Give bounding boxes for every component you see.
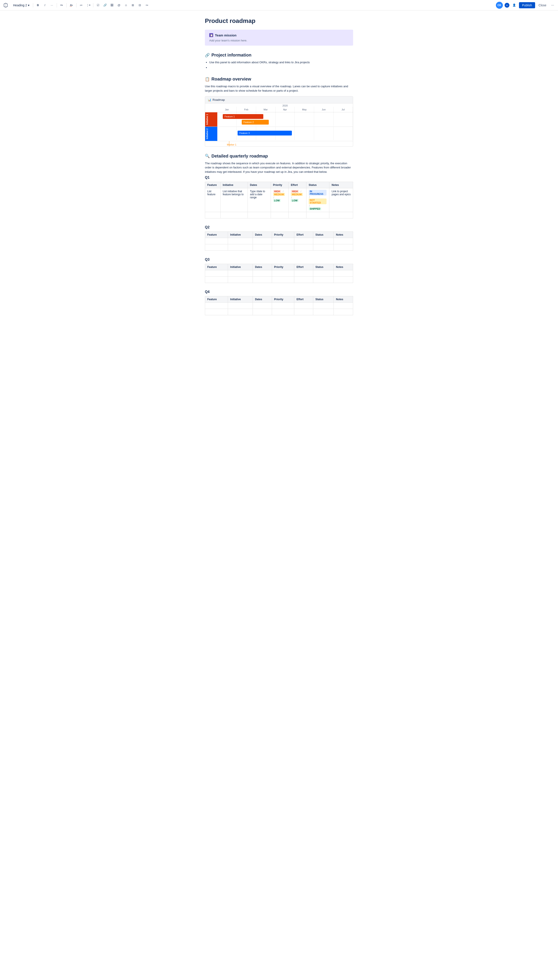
cell-feature[interactable] (205, 238, 228, 244)
cell-notes[interactable] (334, 309, 353, 315)
cell-initiative[interactable] (228, 270, 253, 277)
cell-dates[interactable]: Type /date to add a date range (248, 188, 271, 212)
cell-feature[interactable] (205, 277, 228, 283)
feature3-bar[interactable]: Feature 3 (238, 131, 292, 135)
table-row[interactable] (205, 244, 353, 251)
align-button[interactable]: ≡ ▾ (59, 2, 65, 8)
col-notes: Notes (329, 182, 353, 188)
cell-status[interactable] (313, 277, 334, 283)
table-row[interactable] (205, 270, 353, 277)
cell-dates[interactable] (253, 277, 272, 283)
cell-priority[interactable] (272, 238, 294, 244)
cell-feature[interactable] (205, 244, 228, 251)
mention-button[interactable]: @ (116, 2, 122, 8)
cell-dates[interactable] (253, 244, 272, 251)
cell-initiative[interactable] (220, 212, 248, 218)
table-row[interactable] (205, 277, 353, 283)
publish-button[interactable]: Publish (519, 2, 535, 8)
cell-priority[interactable]: HIGH / MEDIUM / LOW (271, 188, 289, 212)
image-button[interactable]: 🖼 (109, 2, 115, 8)
cell-initiative[interactable] (228, 309, 253, 315)
page-title[interactable]: Product roadmap (205, 18, 353, 25)
close-button[interactable]: Close (537, 2, 548, 8)
table-row[interactable] (205, 212, 353, 218)
cell-status[interactable] (313, 309, 334, 315)
cell-priority[interactable] (272, 270, 294, 277)
avatar-button[interactable]: CK (496, 2, 503, 9)
cell-initiative[interactable] (228, 303, 253, 309)
cell-notes[interactable]: Link to project pages and epics (329, 188, 353, 212)
cell-dates[interactable] (253, 303, 272, 309)
cell-notes[interactable] (334, 303, 353, 309)
cell-notes[interactable] (334, 277, 353, 283)
cell-feature[interactable] (205, 303, 228, 309)
bullet-list-button[interactable]: ≔ (78, 2, 84, 8)
cell-effort[interactable] (294, 277, 313, 283)
cell-initiative[interactable]: List initiative that feature belongs to (220, 188, 248, 212)
cell-status[interactable]: IN PROGRESS / NOT STARTED / SHIPPED (306, 188, 329, 212)
cell-feature[interactable] (205, 270, 228, 277)
roadmap-macro: 📊 Roadmap 2020 Jan Feb Mar Apr May (205, 96, 353, 147)
numbered-list-button[interactable]: ⋮≡ (85, 2, 91, 8)
italic-button[interactable]: I (42, 2, 48, 8)
cell-status[interactable] (313, 270, 334, 277)
cell-feature[interactable] (205, 309, 228, 315)
layout-button[interactable]: ⊟ (137, 2, 143, 8)
quarterly-roadmap-section: 🔍 Detailed quarterly roadmap The roadmap… (205, 153, 353, 315)
table-row[interactable]: List feature List initiative that featur… (205, 188, 353, 212)
cell-notes[interactable] (334, 244, 353, 251)
more-text-button[interactable]: ··· (49, 2, 55, 8)
list-item[interactable] (209, 66, 353, 70)
cell-effort[interactable]: HIGH / MEDIUM / LOW (289, 188, 307, 212)
cell-effort[interactable] (294, 244, 313, 251)
more-insert-button[interactable]: + ▾ (144, 2, 150, 8)
cell-priority[interactable] (272, 309, 294, 315)
cell-effort[interactable] (294, 270, 313, 277)
cell-effort[interactable] (294, 238, 313, 244)
roadmap-chart[interactable]: 2020 Jan Feb Mar Apr May Jun Jul Initi (205, 104, 353, 147)
cell-priority[interactable] (272, 303, 294, 309)
magnifier-icon: 🔍 (205, 153, 210, 158)
feature2-bar[interactable]: Feature 2 (242, 120, 269, 125)
cell-priority[interactable] (272, 277, 294, 283)
cell-dates[interactable] (253, 309, 272, 315)
table-row[interactable] (205, 303, 353, 309)
gantt-months: Jan Feb Mar Apr May Jun Jul (205, 107, 353, 112)
cell-notes[interactable] (334, 238, 353, 244)
cell-dates[interactable] (248, 212, 271, 218)
cell-status[interactable] (313, 303, 334, 309)
more-options-button[interactable]: ··· (550, 2, 555, 8)
mission-placeholder[interactable]: Add your team's mission here. (209, 39, 349, 42)
cell-feature[interactable] (205, 212, 221, 218)
cell-initiative[interactable] (228, 238, 253, 244)
cell-notes[interactable] (334, 270, 353, 277)
cell-priority[interactable] (272, 244, 294, 251)
invite-button[interactable]: 👤 (511, 2, 517, 8)
heading-selector[interactable]: Heading 2 ▾ (11, 3, 31, 8)
cell-dates[interactable] (253, 270, 272, 277)
text-color-button[interactable]: A ▾ (69, 2, 75, 8)
table-button[interactable]: ⊞ (130, 2, 136, 8)
cell-initiative[interactable] (228, 277, 253, 283)
feature1-bar[interactable]: Feature 1 (223, 114, 264, 119)
table-row[interactable] (205, 309, 353, 315)
cell-effort[interactable] (294, 309, 313, 315)
cell-notes[interactable] (329, 212, 353, 218)
cell-status[interactable] (313, 244, 334, 251)
link-button[interactable]: 🔗 (102, 2, 108, 8)
task-button[interactable]: ☑ (95, 2, 101, 8)
list-item[interactable]: Use this panel to add information about … (209, 60, 353, 64)
cell-priority[interactable] (271, 212, 289, 218)
cell-status[interactable] (306, 212, 329, 218)
cell-dates[interactable] (253, 238, 272, 244)
cell-status[interactable] (313, 238, 334, 244)
status-shipped-badge: SHIPPED (309, 207, 321, 210)
emoji-button[interactable]: ☺ (123, 2, 129, 8)
cell-initiative[interactable] (228, 244, 253, 251)
add-collaborator-button[interactable]: + (505, 3, 509, 8)
cell-effort[interactable] (294, 303, 313, 309)
bold-button[interactable]: B (35, 2, 41, 8)
cell-effort[interactable] (289, 212, 307, 218)
table-row[interactable] (205, 238, 353, 244)
cell-feature[interactable]: List feature (205, 188, 221, 212)
